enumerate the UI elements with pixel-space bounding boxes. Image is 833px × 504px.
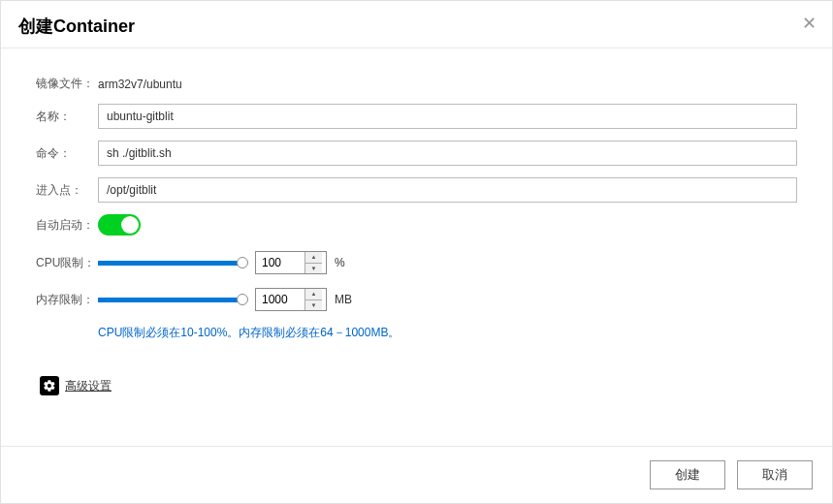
name-input[interactable] [98, 104, 797, 129]
cpu-slider[interactable] [98, 256, 243, 269]
mem-limit-row: 内存限制： ▲ ▼ MB [36, 288, 797, 311]
chevron-down-icon: ▼ [311, 302, 317, 308]
create-button[interactable]: 创建 [650, 460, 725, 489]
mem-number-field: ▲ ▼ [255, 288, 327, 311]
dialog-footer: 创建 取消 [1, 446, 832, 503]
mem-slider-track [98, 298, 243, 302]
mem-spinner: ▲ ▼ [304, 289, 322, 310]
mem-slider[interactable] [98, 293, 243, 306]
command-label: 命令： [36, 145, 98, 162]
name-label: 名称： [36, 109, 98, 125]
cpu-slider-track [98, 261, 243, 266]
autostart-toggle[interactable] [98, 214, 141, 236]
autostart-row: 自动启动： [36, 214, 797, 236]
name-row: 名称： [36, 104, 797, 129]
dialog-title: 创建Container [18, 15, 815, 38]
cpu-limit-label: CPU限制： [36, 255, 98, 271]
mem-unit: MB [335, 293, 352, 306]
mem-slider-thumb[interactable] [237, 294, 248, 305]
advanced-settings-row: 高级设置 [40, 376, 797, 395]
command-input[interactable] [98, 141, 797, 166]
mem-spinner-up[interactable]: ▲ [305, 289, 322, 300]
chevron-up-icon: ▲ [311, 291, 317, 297]
cpu-number-input[interactable] [256, 252, 304, 273]
entrypoint-input[interactable] [98, 177, 797, 203]
image-file-value: arm32v7/ubuntu [98, 78, 182, 91]
cpu-slider-thumb[interactable] [237, 257, 248, 268]
cpu-spinner-up[interactable]: ▲ [305, 252, 322, 264]
cpu-spinner-down[interactable]: ▼ [305, 264, 322, 274]
mem-limit-label: 内存限制： [36, 292, 98, 308]
close-button[interactable]: ✕ [802, 13, 817, 34]
dialog-header: 创建Container ✕ [1, 1, 832, 48]
entrypoint-label: 进入点： [36, 182, 98, 199]
chevron-up-icon: ▲ [311, 254, 317, 260]
cancel-button[interactable]: 取消 [737, 460, 813, 489]
image-file-row: 镜像文件： arm32v7/ubuntu [36, 76, 797, 92]
entrypoint-row: 进入点： [36, 177, 797, 203]
gear-icon [40, 376, 59, 395]
limits-hint: CPU限制必须在10-100%。内存限制必须在64－1000MB。 [98, 325, 797, 341]
advanced-settings-link[interactable]: 高级设置 [65, 378, 112, 394]
close-icon: ✕ [802, 14, 817, 33]
image-file-label: 镜像文件： [36, 76, 98, 92]
dialog-content: 镜像文件： arm32v7/ubuntu 名称： 命令： 进入点： 自动启动： … [1, 48, 832, 446]
create-container-dialog: 创建Container ✕ 镜像文件： arm32v7/ubuntu 名称： 命… [0, 0, 833, 504]
cpu-number-field: ▲ ▼ [255, 251, 327, 274]
mem-number-input[interactable] [256, 289, 304, 310]
chevron-down-icon: ▼ [311, 266, 317, 271]
cpu-unit: % [335, 256, 345, 269]
toggle-knob [121, 216, 139, 234]
mem-spinner-down[interactable]: ▼ [305, 300, 322, 311]
cpu-spinner: ▲ ▼ [304, 252, 322, 273]
autostart-label: 自动启动： [36, 217, 98, 234]
cpu-limit-row: CPU限制： ▲ ▼ % [36, 251, 797, 274]
command-row: 命令： [36, 141, 797, 166]
